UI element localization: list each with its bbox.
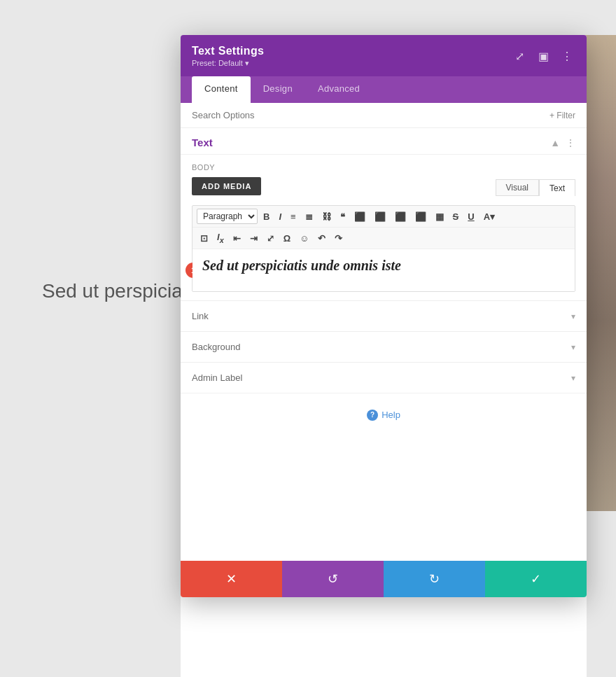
editor-tab-text[interactable]: Text xyxy=(539,179,575,196)
toolbar-row2: ⊡ Ix ⇤ ⇥ ⤢ Ω ☺ ↶ ↷ xyxy=(192,228,575,249)
align-right-button[interactable]: ⬛ xyxy=(391,210,410,223)
justify-button[interactable]: ⬛ xyxy=(412,210,430,223)
link-button[interactable]: ⛓ xyxy=(318,210,335,223)
modal-header: Text Settings Preset: Default ▾ ⤢ ▣ ⋮ xyxy=(181,35,587,76)
paragraph-select[interactable]: Paragraph Heading 1 Heading 2 xyxy=(197,209,258,224)
help-section: ? Help xyxy=(181,393,587,435)
text-settings-modal: Text Settings Preset: Default ▾ ⤢ ▣ ⋮ Co… xyxy=(181,35,587,597)
accordion-link-label: Link xyxy=(192,311,209,321)
modal-title: Text Settings xyxy=(192,45,264,57)
strikethrough-button[interactable]: S xyxy=(449,210,463,223)
help-link[interactable]: ? Help xyxy=(367,410,400,421)
spacer-area xyxy=(181,435,587,561)
accordion-admin-label-arrow: ▾ xyxy=(571,373,575,383)
modal-preset[interactable]: Preset: Default ▾ xyxy=(192,59,264,68)
editor-content-wrapper: 1 Sed ut perspiciatis unde omnis iste xyxy=(192,249,575,291)
toolbar-row1: Paragraph Heading 1 Heading 2 B I ≡ ≣ ⛓ … xyxy=(192,206,575,228)
accordion-link[interactable]: Link ▾ xyxy=(181,300,587,331)
text-section-header: Text ▲ ⋮ xyxy=(181,128,587,155)
cancel-button[interactable]: ✕ xyxy=(181,561,282,597)
undo-button[interactable]: ↺ xyxy=(282,561,384,597)
modal-header-left: Text Settings Preset: Default ▾ xyxy=(192,45,264,68)
outdent-button[interactable]: ⇤ xyxy=(230,232,244,245)
text-section-title: Text xyxy=(192,137,213,148)
modal-header-icons: ⤢ ▣ ⋮ xyxy=(511,48,575,65)
align-center-button[interactable]: ⬛ xyxy=(371,210,389,223)
redo-button[interactable]: ↻ xyxy=(384,561,485,597)
accordion-admin-label-text: Admin Label xyxy=(192,372,242,383)
tab-advanced[interactable]: Advanced xyxy=(305,76,372,103)
accordion-background-arrow: ▾ xyxy=(571,342,575,352)
more-options-icon[interactable]: ⋮ xyxy=(559,48,575,65)
editor-tab-visual[interactable]: Visual xyxy=(496,179,539,196)
ordered-list-button[interactable]: ≣ xyxy=(302,210,316,223)
blockquote-button[interactable]: ❝ xyxy=(337,210,349,223)
help-label: Help xyxy=(382,410,400,420)
maximize-icon[interactable]: ⤢ xyxy=(511,48,528,65)
body-section: Body ADD MEDIA Visual Text Paragraph Hea… xyxy=(181,155,587,300)
body-label: Body xyxy=(192,163,575,172)
editor-toolbar: Paragraph Heading 1 Heading 2 B I ≡ ≣ ⛓ … xyxy=(192,205,575,292)
clear-format-button[interactable]: Ix xyxy=(214,230,227,246)
fullscreen-button[interactable]: ⤢ xyxy=(263,232,278,245)
filter-button[interactable]: + Filter xyxy=(550,111,575,120)
tab-design[interactable]: Design xyxy=(251,76,305,103)
editor-text: Sed ut perspiciatis unde omnis iste xyxy=(202,258,565,274)
section-more-icon[interactable]: ⋮ xyxy=(566,137,575,148)
indent-button[interactable]: ⇥ xyxy=(246,232,261,245)
unordered-list-button[interactable]: ≡ xyxy=(287,210,300,223)
underline-button[interactable]: U xyxy=(464,210,477,223)
italic-button[interactable]: I xyxy=(275,210,285,223)
search-bar: + Filter xyxy=(181,103,587,128)
tab-bar: Content Design Advanced xyxy=(181,76,587,103)
modal-footer: ✕ ↺ ↻ ✓ xyxy=(181,561,587,597)
tab-content[interactable]: Content xyxy=(192,76,251,103)
align-left-button[interactable]: ⬛ xyxy=(351,210,369,223)
accordion-admin-label[interactable]: Admin Label ▾ xyxy=(181,362,587,393)
search-input[interactable] xyxy=(192,110,550,120)
save-button[interactable]: ✓ xyxy=(485,561,587,597)
emoji-button[interactable]: ☺ xyxy=(296,232,312,245)
editor-content[interactable]: Sed ut perspiciatis unde omnis iste xyxy=(192,249,575,291)
editor-tabs: Visual Text xyxy=(496,179,575,196)
section-controls: ▲ ⋮ xyxy=(550,137,575,148)
collapse-icon[interactable]: ▲ xyxy=(550,137,560,148)
accordion-background-label: Background xyxy=(192,342,240,352)
accordion-link-arrow: ▾ xyxy=(571,312,575,321)
paste-text-button[interactable]: ⊡ xyxy=(197,232,211,245)
add-media-button[interactable]: ADD MEDIA xyxy=(192,177,261,195)
split-view-icon[interactable]: ▣ xyxy=(535,48,552,65)
text-color-button[interactable]: A▾ xyxy=(480,210,498,223)
table-button[interactable]: ▦ xyxy=(432,210,447,223)
undo-editor-button[interactable]: ↶ xyxy=(314,232,329,245)
modal-body: Text ▲ ⋮ Body ADD MEDIA Visual Text Para xyxy=(181,128,587,561)
special-chars-button[interactable]: Ω xyxy=(280,232,294,245)
accordion-background[interactable]: Background ▾ xyxy=(181,331,587,362)
bold-button[interactable]: B xyxy=(260,210,273,223)
help-icon: ? xyxy=(367,410,378,421)
redo-editor-button[interactable]: ↷ xyxy=(331,232,346,245)
